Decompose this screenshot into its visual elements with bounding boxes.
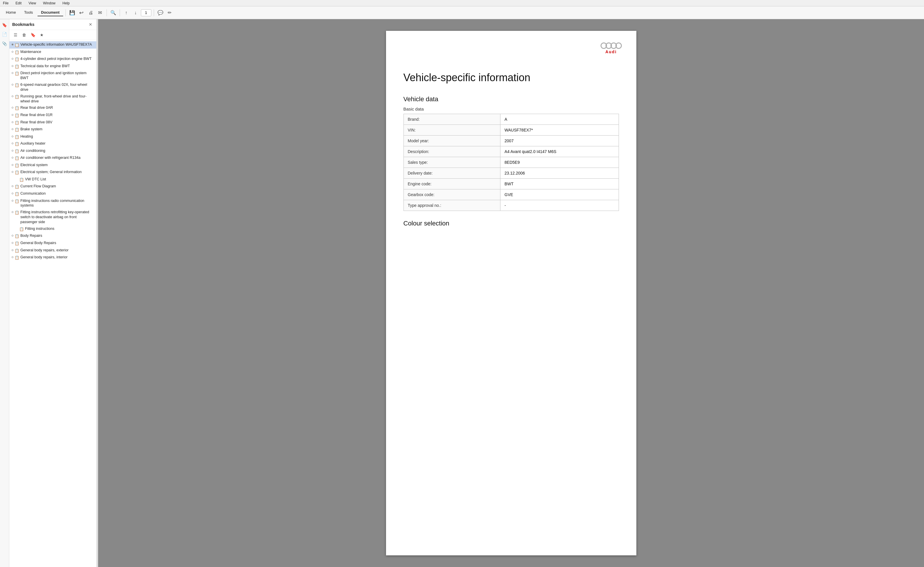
bookmark-item-21[interactable]: 📋Fitting instructions retrofitting key-o… — [9, 209, 96, 225]
bookmarks-toolbar: ☰ 🗑 🔖 ★ — [9, 30, 96, 40]
bookmark-text-11: Heating — [20, 134, 94, 139]
bookmark-item-6[interactable]: 📋Running gear, front-wheel drive and fou… — [9, 93, 96, 105]
table-cell-value-8: - — [500, 200, 619, 211]
bookmark-item-17[interactable]: 📋VW DTC List — [9, 176, 96, 183]
bookmark-item-9[interactable]: 📋Rear final drive 08V — [9, 119, 96, 126]
bookmark-item-13[interactable]: 📋Air conditioning — [9, 147, 96, 155]
bookmark-item-15[interactable]: 📋Electrical system — [9, 162, 96, 169]
menu-file[interactable]: File — [2, 1, 10, 6]
audi-brand-name: Audi — [605, 50, 617, 54]
bookmark-icon-24: 📋 — [15, 241, 19, 246]
navigate-up-button[interactable]: ↑ — [122, 9, 131, 17]
menubar: File Edit View Window Help — [0, 0, 924, 6]
edit-button[interactable]: ✏ — [166, 9, 174, 17]
attachments-panel-toggle[interactable]: 📎 — [1, 40, 8, 47]
bookmark-item-25[interactable]: 📋General body repairs, exterior — [9, 247, 96, 254]
bookmark-text-7: Rear final drive 0AR — [20, 105, 94, 110]
navigate-down-button[interactable]: ↓ — [132, 9, 140, 17]
tab-tools[interactable]: Tools — [21, 9, 36, 16]
bookmark-icon-25: 📋 — [15, 248, 19, 254]
email-button[interactable]: ✉ — [96, 9, 104, 17]
bookmark-text-18: Current Flow Diagram — [20, 184, 94, 189]
bookmark-menu-button[interactable]: ☰ — [12, 31, 19, 39]
table-cell-label-0: Brand: — [404, 114, 500, 125]
bookmark-item-5[interactable]: 📋6-speed manual gearbox 02X, four-wheel … — [9, 81, 96, 93]
bookmark-icon-6: 📋 — [15, 94, 19, 99]
bookmark-item-22[interactable]: 📋Fitting instructions — [9, 225, 96, 233]
bookmark-icon-9: 📋 — [15, 120, 19, 125]
bookmark-icon-10: 📋 — [15, 127, 19, 132]
table-cell-label-8: Type approval no.: — [404, 200, 500, 211]
bookmark-item-14[interactable]: 📋Air conditioner with refrigerant R134a — [9, 154, 96, 162]
main-content-area[interactable]: Audi Vehicle-specific information Vehicl… — [98, 19, 924, 567]
share-button[interactable]: ↩ — [77, 9, 86, 17]
table-row-4: Sales type:8ED5E9 — [404, 157, 619, 168]
bookmark-item-23[interactable]: 📋Body Repairs — [9, 232, 96, 240]
bookmark-text-0: Vehicle-specific information WAUSF78EX7A — [20, 42, 94, 47]
save-button[interactable]: 💾 — [68, 9, 76, 17]
bookmark-text-21: Fitting instructions retrofitting key-op… — [20, 210, 94, 225]
star-bookmark-button[interactable]: ★ — [38, 31, 45, 39]
bookmark-item-4[interactable]: 📋Direct petrol injection and ignition sy… — [9, 70, 96, 81]
bookmark-text-1: Maintenance — [20, 50, 94, 54]
bookmark-item-10[interactable]: 📋Brake system — [9, 126, 96, 133]
bookmark-item-3[interactable]: 📋Technical data for engine BWT — [9, 63, 96, 70]
menu-edit[interactable]: Edit — [14, 1, 23, 6]
table-cell-value-3: A4 Avant quat2.0 I4147 M6S — [500, 146, 619, 157]
bookmark-icon-15: 📋 — [15, 163, 19, 168]
bookmark-item-19[interactable]: 📋Communication — [9, 190, 96, 198]
bookmark-text-24: General Body Repairs — [20, 241, 94, 246]
tab-document[interactable]: Document — [38, 9, 63, 16]
table-cell-value-4: 8ED5E9 — [500, 157, 619, 168]
bookmarks-list: 📋Vehicle-specific information WAUSF78EX7… — [9, 40, 96, 567]
tab-home[interactable]: Home — [2, 9, 20, 16]
table-cell-label-1: VIN: — [404, 125, 500, 136]
bookmarks-close-button[interactable]: ✕ — [88, 21, 93, 27]
menu-view[interactable]: View — [27, 1, 37, 6]
bookmark-icon-5: 📋 — [15, 82, 19, 88]
table-row-2: Model year:2007 — [404, 136, 619, 146]
search-button[interactable]: 🔍 — [109, 9, 117, 17]
add-bookmark-button[interactable]: 🔖 — [29, 31, 37, 39]
bookmark-item-1[interactable]: 📋Maintenance — [9, 49, 96, 56]
bookmark-icon-23: 📋 — [15, 234, 19, 239]
app-body: 🔖 📄 📎 Bookmarks ✕ ☰ 🗑 🔖 ★ 📋Vehicle-speci… — [0, 19, 924, 567]
bookmark-item-11[interactable]: 📋Heating — [9, 133, 96, 141]
table-row-6: Engine code:BWT — [404, 178, 619, 189]
bookmark-item-7[interactable]: 📋Rear final drive 0AR — [9, 105, 96, 112]
bookmark-text-12: Auxiliary heater — [20, 141, 94, 146]
bookmark-item-2[interactable]: 📋4-cylinder direct petrol injection engi… — [9, 56, 96, 63]
bookmarks-header: Bookmarks ✕ — [9, 19, 96, 30]
bookmark-item-20[interactable]: 📋Fitting instructions radio communicatio… — [9, 198, 96, 209]
bookmark-item-8[interactable]: 📋Rear final drive 01R — [9, 112, 96, 119]
page-number-input[interactable] — [141, 9, 152, 16]
table-cell-label-5: Delivery date: — [404, 168, 500, 178]
table-cell-value-7: GVE — [500, 189, 619, 200]
bookmark-text-14: Air conditioner with refrigerant R134a — [20, 155, 94, 160]
bookmark-item-24[interactable]: 📋General Body Repairs — [9, 240, 96, 247]
vehicle-data-title: Vehicle data — [404, 95, 619, 103]
table-cell-label-3: Description: — [404, 146, 500, 157]
bookmark-item-18[interactable]: 📋Current Flow Diagram — [9, 183, 96, 190]
comment-button[interactable]: 💬 — [156, 9, 164, 17]
bookmark-text-2: 4-cylinder direct petrol injection engin… — [20, 57, 94, 62]
bookmark-text-20: Fitting instructions radio communication… — [20, 198, 94, 208]
bookmark-item-12[interactable]: 📋Auxiliary heater — [9, 140, 96, 147]
bookmark-item-16[interactable]: 📋Electrical system; General information — [9, 169, 96, 176]
print-button[interactable]: 🖨 — [87, 9, 95, 17]
menu-window[interactable]: Window — [42, 1, 57, 6]
table-row-8: Type approval no.:- — [404, 200, 619, 211]
bookmark-text-15: Electrical system — [20, 163, 94, 168]
bookmark-icon-18: 📋 — [15, 184, 19, 189]
bookmark-text-10: Brake system — [20, 127, 94, 132]
menu-help[interactable]: Help — [62, 1, 71, 6]
bookmark-text-9: Rear final drive 08V — [20, 120, 94, 125]
bookmark-icon-20: 📋 — [15, 199, 19, 204]
bookmark-item-26[interactable]: 📋General body repairs, interior — [9, 254, 96, 261]
pages-panel-toggle[interactable]: 📄 — [1, 31, 8, 38]
bookmark-icon-11: 📋 — [15, 134, 19, 140]
delete-bookmark-button[interactable]: 🗑 — [20, 31, 28, 39]
toolbar-separator-3 — [120, 9, 120, 16]
bookmark-item-0[interactable]: 📋Vehicle-specific information WAUSF78EX7… — [9, 41, 96, 49]
bookmarks-panel-toggle[interactable]: 🔖 — [1, 21, 8, 28]
